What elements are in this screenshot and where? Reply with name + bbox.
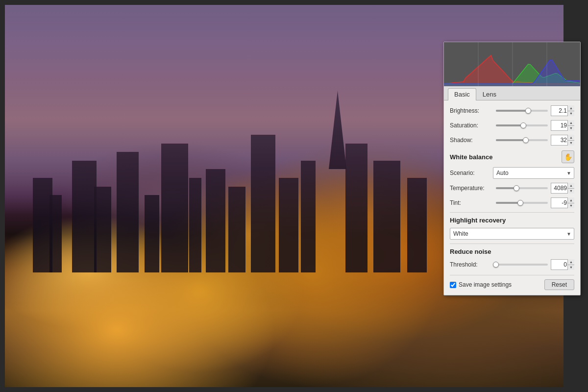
tab-bar: Basic Lens xyxy=(444,86,580,100)
tint-thumb[interactable] xyxy=(517,200,523,206)
panel-content: Brightness: ▲ ▼ Saturation: xyxy=(444,100,580,295)
settings-panel: Basic Lens Brightness: ▲ ▼ xyxy=(443,42,581,295)
shadow-down[interactable]: ▼ xyxy=(568,141,574,146)
reduce-noise-title: Reduce noise xyxy=(450,248,574,255)
saturation-label: Saturation: xyxy=(450,122,493,129)
brightness-thumb[interactable] xyxy=(525,108,531,114)
tint-label: Tint: xyxy=(450,199,493,206)
saturation-slider[interactable] xyxy=(496,124,548,126)
shadow-up[interactable]: ▲ xyxy=(568,135,574,141)
tint-row: Tint: ▲ ▼ xyxy=(450,197,574,208)
saturation-row: Saturation: ▲ ▼ xyxy=(450,120,574,131)
save-settings-label[interactable]: Save image settings xyxy=(450,281,512,288)
eyedropper-icon: ✋ xyxy=(564,153,572,161)
brightness-number-wrap: ▲ ▼ xyxy=(551,105,574,116)
highlight-recovery-dropdown-wrap: White Gray Black Highlight None ▼ xyxy=(450,228,574,240)
scenario-select[interactable]: Auto Daylight Cloudy Shade Tungsten Fluo… xyxy=(493,167,574,179)
brightness-slider[interactable] xyxy=(496,110,548,112)
save-settings-text: Save image settings xyxy=(459,281,512,288)
tab-basic[interactable]: Basic xyxy=(448,88,476,100)
brightness-up[interactable]: ▲ xyxy=(568,105,574,111)
threshold-number-wrap: ▲ ▼ xyxy=(551,259,574,270)
brightness-fill xyxy=(496,110,528,112)
scenario-dropdown-wrap: Auto Daylight Cloudy Shade Tungsten Fluo… xyxy=(493,167,574,179)
footer-row: Save image settings Reset xyxy=(450,275,574,290)
shadow-row: Shadow: ▲ ▼ xyxy=(450,135,574,146)
temperature-number-wrap: ▲ ▼ xyxy=(551,183,574,194)
building xyxy=(145,195,159,272)
highlight-recovery-select[interactable]: White Gray Black Highlight None xyxy=(450,228,574,240)
shadow-slider[interactable] xyxy=(496,139,548,141)
divider-1 xyxy=(450,212,574,213)
building xyxy=(72,161,97,272)
tint-spinners: ▲ ▼ xyxy=(567,197,574,208)
temperature-label: Temperature: xyxy=(450,185,493,192)
building xyxy=(407,178,427,272)
building xyxy=(189,178,201,272)
tint-fill xyxy=(496,202,520,204)
building xyxy=(206,169,225,272)
building xyxy=(33,178,52,272)
saturation-fill xyxy=(496,124,523,126)
building xyxy=(49,195,62,272)
threshold-down[interactable]: ▼ xyxy=(568,265,574,270)
building xyxy=(251,135,275,272)
tab-lens[interactable]: Lens xyxy=(476,88,503,100)
highlight-recovery-title: Highlight recovery xyxy=(450,217,574,224)
threshold-label: Threshold: xyxy=(450,261,493,268)
shadow-number-wrap: ▲ ▼ xyxy=(551,135,574,146)
temperature-thumb[interactable] xyxy=(514,185,519,191)
threshold-spinners: ▲ ▼ xyxy=(567,259,574,270)
histogram xyxy=(444,42,580,86)
shadow-label: Shadow: xyxy=(450,137,493,144)
brightness-label: Brightness: xyxy=(450,107,493,114)
brightness-spinners: ▲ ▼ xyxy=(567,105,574,116)
temperature-spinners: ▲ ▼ xyxy=(567,183,574,194)
scenario-row: Scenario: Auto Daylight Cloudy Shade Tun… xyxy=(450,167,574,179)
threshold-row: Threshold: ▲ ▼ xyxy=(450,259,574,270)
scenario-label: Scenario: xyxy=(450,170,493,176)
building xyxy=(279,178,298,272)
reset-button[interactable]: Reset xyxy=(544,279,574,290)
tint-slider[interactable] xyxy=(496,202,548,204)
saturation-thumb[interactable] xyxy=(520,122,526,128)
temperature-row: Temperature: ▲ ▼ xyxy=(450,183,574,194)
threshold-thumb[interactable] xyxy=(493,262,499,268)
eyedropper-button[interactable]: ✋ xyxy=(562,150,574,163)
temperature-down[interactable]: ▼ xyxy=(568,189,574,194)
tint-number-wrap: ▲ ▼ xyxy=(551,197,574,208)
pyramid-building xyxy=(329,91,346,169)
divider-2 xyxy=(450,244,574,244)
main-area: Basic Lens Brightness: ▲ ▼ xyxy=(0,0,588,392)
building xyxy=(301,161,316,272)
threshold-up[interactable]: ▲ xyxy=(568,259,574,265)
white-balance-header: White balance ✋ xyxy=(450,150,574,163)
building xyxy=(161,144,188,272)
threshold-slider[interactable] xyxy=(496,264,548,266)
building xyxy=(94,187,111,273)
saturation-up[interactable]: ▲ xyxy=(568,120,574,126)
saturation-spinners: ▲ ▼ xyxy=(567,120,574,131)
white-balance-title: White balance xyxy=(450,153,492,161)
tint-down[interactable]: ▼ xyxy=(568,203,574,209)
brightness-row: Brightness: ▲ ▼ xyxy=(450,105,574,116)
temperature-slider[interactable] xyxy=(496,187,548,189)
brightness-down[interactable]: ▼ xyxy=(568,111,574,117)
temperature-up[interactable]: ▲ xyxy=(568,183,574,189)
building xyxy=(117,152,139,272)
shadow-fill xyxy=(496,139,526,141)
shadow-thumb[interactable] xyxy=(523,137,529,143)
shadow-spinners: ▲ ▼ xyxy=(567,135,574,146)
building xyxy=(228,187,245,273)
saturation-number-wrap: ▲ ▼ xyxy=(551,120,574,131)
building xyxy=(373,161,400,272)
save-settings-checkbox[interactable] xyxy=(450,282,456,288)
building xyxy=(345,144,368,272)
saturation-down[interactable]: ▼ xyxy=(568,126,574,131)
tint-up[interactable]: ▲ xyxy=(568,197,574,203)
